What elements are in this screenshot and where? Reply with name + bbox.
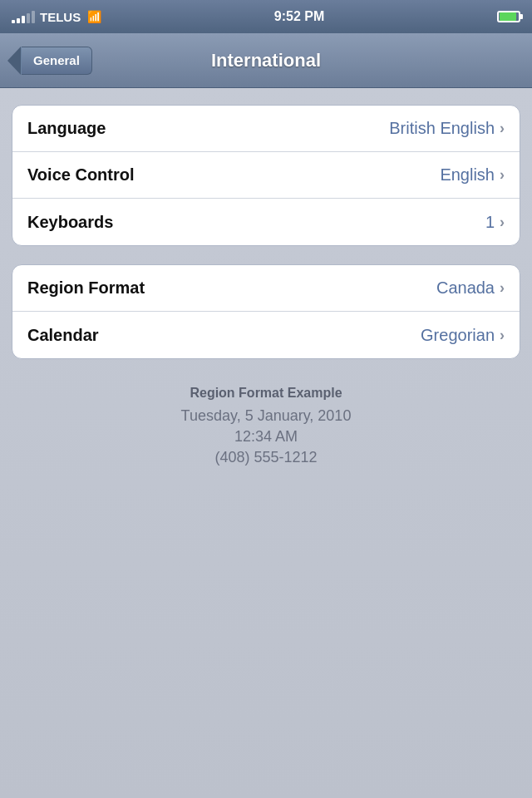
voice-control-label: Voice Control: [27, 165, 135, 185]
status-right: [497, 11, 520, 22]
language-label: Language: [27, 119, 106, 138]
page-title: International: [211, 50, 321, 71]
nav-bar: General International: [0, 33, 532, 88]
status-time: 9:52 PM: [274, 9, 324, 24]
wifi-icon: 📶: [87, 10, 101, 23]
keyboards-row[interactable]: Keyboards 1 ›: [12, 199, 520, 245]
carrier-label: TELUS: [40, 10, 81, 24]
calendar-chevron-icon: ›: [500, 327, 505, 344]
back-button[interactable]: General: [8, 47, 92, 75]
calendar-value: Gregorian: [421, 326, 495, 345]
settings-group-2: Region Format Canada › Calendar Gregoria…: [12, 264, 520, 359]
language-row[interactable]: Language British English ›: [12, 106, 520, 152]
calendar-label: Calendar: [27, 326, 99, 345]
back-button-label: General: [22, 47, 92, 75]
status-bar: TELUS 📶 9:52 PM: [0, 0, 532, 33]
region-format-label: Region Format: [27, 278, 145, 298]
status-left: TELUS 📶: [12, 10, 101, 24]
region-example-date: Tuesday, 5 January, 2010: [12, 407, 520, 425]
region-format-value: Canada: [436, 278, 495, 298]
voice-control-value: English: [440, 165, 495, 185]
language-value: British English: [389, 119, 495, 138]
content-area: Language British English › Voice Control…: [0, 88, 532, 798]
keyboards-label: Keyboards: [27, 213, 113, 232]
settings-group-1: Language British English › Voice Control…: [12, 105, 520, 246]
keyboards-chevron-icon: ›: [500, 214, 505, 231]
region-example-title: Region Format Example: [12, 386, 520, 401]
signal-bars-icon: [12, 10, 35, 23]
region-example-phone: (408) 555-1212: [12, 449, 520, 466]
region-format-row[interactable]: Region Format Canada ›: [12, 265, 520, 312]
language-chevron-icon: ›: [500, 120, 505, 137]
keyboards-value: 1: [485, 213, 495, 232]
region-format-chevron-icon: ›: [500, 279, 505, 297]
region-example-time: 12:34 AM: [12, 428, 520, 446]
voice-control-chevron-icon: ›: [500, 166, 505, 184]
battery-icon: [497, 11, 520, 22]
region-format-example: Region Format Example Tuesday, 5 January…: [12, 377, 520, 483]
voice-control-row[interactable]: Voice Control English ›: [12, 152, 520, 199]
calendar-row[interactable]: Calendar Gregorian ›: [12, 312, 520, 358]
